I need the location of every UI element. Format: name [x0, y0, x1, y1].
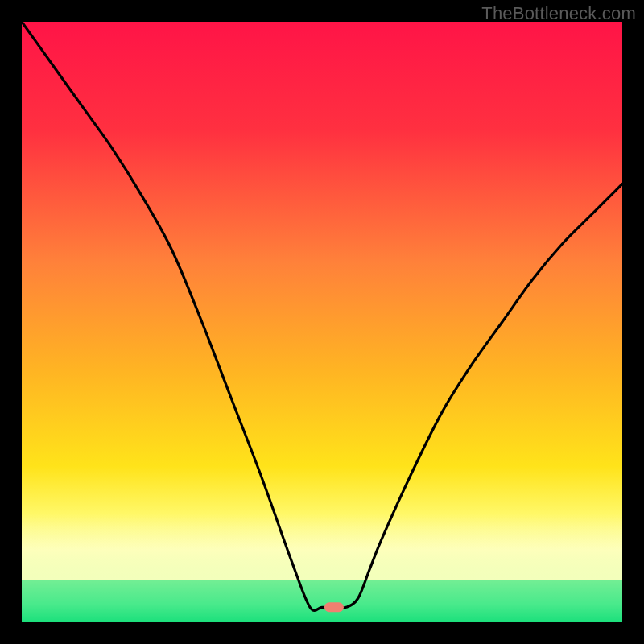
- svg-rect-1: [22, 580, 622, 622]
- chart-frame: TheBottleneck.com: [0, 0, 644, 644]
- bottleneck-chart: [22, 22, 622, 622]
- plot-area: [22, 22, 622, 622]
- svg-rect-3: [324, 602, 344, 612]
- svg-rect-2: [22, 514, 622, 580]
